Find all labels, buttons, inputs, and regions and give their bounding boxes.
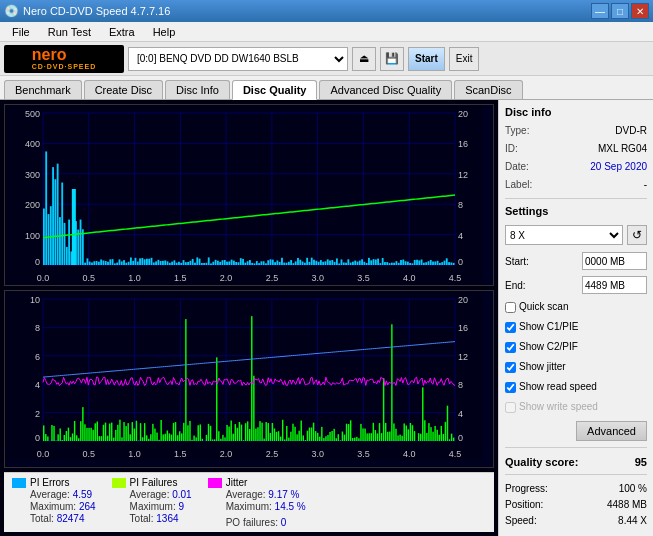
quick-scan-checkbox[interactable] [505,302,516,313]
exit-button[interactable]: Exit [449,47,480,71]
show-c1-pie-label: Show C1/PIE [519,319,578,335]
show-read-speed-checkbox[interactable] [505,382,516,393]
pi-errors-legend: PI Errors Average: 4.59 Maximum: 264 Tot… [12,477,96,528]
pi-errors-average: Average: 4.59 [12,489,96,500]
position-value: 4488 MB [607,497,647,513]
tab-disc-quality[interactable]: Disc Quality [232,80,318,100]
type-label: Type: [505,124,529,138]
show-jitter-label: Show jitter [519,359,566,375]
chart-area: PI Errors Average: 4.59 Maximum: 264 Tot… [0,100,498,536]
drive-selector[interactable]: [0:0] BENQ DVD DD DW1640 BSLB [128,47,348,71]
settings-title: Settings [505,205,647,217]
quality-score-value: 95 [635,456,647,468]
position-label: Position: [505,497,543,513]
pi-failures-maximum: Maximum: 9 [112,501,192,512]
speed-value: 8.44 X [618,513,647,529]
jitter-color-box [208,478,222,488]
disc-type-row: Type: DVD-R [505,124,647,138]
start-input[interactable] [582,252,647,270]
disc-label-row: Label: - [505,178,647,192]
menu-run-test[interactable]: Run Test [40,24,99,40]
progress-value: 100 % [619,481,647,497]
show-c1-pie-row: Show C1/PIE [505,319,647,335]
jitter-maximum: Maximum: 14.5 % [208,501,306,512]
speed-row-progress: Speed: 8.44 X [505,513,647,529]
start-button[interactable]: Start [408,47,445,71]
jitter-legend: Jitter Average: 9.17 % Maximum: 14.5 % P… [208,477,306,528]
quality-score-row: Quality score: 95 [505,456,647,468]
tab-scan-disc[interactable]: ScanDisc [454,80,522,99]
type-value: DVD-R [615,124,647,138]
show-write-speed-row: Show write speed [505,399,647,415]
tab-disc-info[interactable]: Disc Info [165,80,230,99]
end-label: End: [505,280,526,291]
main-content: PI Errors Average: 4.59 Maximum: 264 Tot… [0,100,653,536]
tab-create-disc[interactable]: Create Disc [84,80,163,99]
speed-select[interactable]: 8 X 4 X 2 X Maximum [505,225,623,245]
jitter-label: Jitter [226,477,248,488]
position-row: Position: 4488 MB [505,497,647,513]
quality-score-label: Quality score: [505,456,578,468]
menu-extra[interactable]: Extra [101,24,143,40]
pi-errors-label: PI Errors [30,477,69,488]
pi-failures-average: Average: 0.01 [112,489,192,500]
tab-bar: Benchmark Create Disc Disc Info Disc Qua… [0,76,653,100]
end-row: End: [505,276,647,294]
date-label: Date: [505,160,529,174]
pi-failures-legend: PI Failures Average: 0.01 Maximum: 9 Tot… [112,477,192,528]
title-bar: 💿 Nero CD-DVD Speed 4.7.7.16 — □ ✕ [0,0,653,22]
progress-label: Progress: [505,481,548,497]
menu-bar: File Run Test Extra Help [0,22,653,42]
label-value: - [644,178,647,192]
app-icon: 💿 [4,4,19,18]
start-label: Start: [505,256,529,267]
disc-info-title: Disc info [505,106,647,118]
menu-file[interactable]: File [4,24,38,40]
show-c1-pie-checkbox[interactable] [505,322,516,333]
bottom-chart [4,290,494,468]
tab-advanced-disc-quality[interactable]: Advanced Disc Quality [319,80,452,99]
pi-failures-label: PI Failures [130,477,178,488]
maximize-button[interactable]: □ [611,3,629,19]
pi-errors-total: Total: 82474 [12,513,96,524]
progress-section: Progress: 100 % Position: 4488 MB Speed:… [505,481,647,529]
app-logo: nero CD·DVD·SPEED [4,45,124,73]
id-value: MXL RG04 [598,142,647,156]
end-input[interactable] [582,276,647,294]
jitter-average: Average: 9.17 % [208,489,306,500]
refresh-button[interactable]: ↺ [627,225,647,245]
label-label: Label: [505,178,532,192]
start-row: Start: [505,252,647,270]
pi-failures-total: Total: 1364 [112,513,192,524]
pi-errors-maximum: Maximum: 264 [12,501,96,512]
show-c2-pif-row: Show C2/PIF [505,339,647,355]
show-c2-pif-label: Show C2/PIF [519,339,578,355]
show-write-speed-checkbox[interactable] [505,402,516,413]
show-jitter-row: Show jitter [505,359,647,375]
show-jitter-checkbox[interactable] [505,362,516,373]
po-failures: PO failures: 0 [208,517,306,528]
top-chart [4,104,494,286]
id-label: ID: [505,142,518,156]
quick-scan-label: Quick scan [519,299,568,315]
close-button[interactable]: ✕ [631,3,649,19]
quick-scan-row: Quick scan [505,299,647,315]
eject-button[interactable]: ⏏ [352,47,376,71]
date-value: 20 Sep 2020 [590,160,647,174]
speed-label: Speed: [505,513,537,529]
advanced-button[interactable]: Advanced [576,421,647,441]
minimize-button[interactable]: — [591,3,609,19]
show-write-speed-label: Show write speed [519,399,598,415]
speed-row: 8 X 4 X 2 X Maximum ↺ [505,225,647,245]
disc-date-row: Date: 20 Sep 2020 [505,160,647,174]
show-c2-pif-checkbox[interactable] [505,342,516,353]
app-title: Nero CD-DVD Speed 4.7.7.16 [23,5,170,17]
pi-errors-color-box [12,478,26,488]
legend-area: PI Errors Average: 4.59 Maximum: 264 Tot… [4,472,494,532]
save-button[interactable]: 💾 [380,47,404,71]
menu-help[interactable]: Help [145,24,184,40]
pi-failures-color-box [112,478,126,488]
disc-id-row: ID: MXL RG04 [505,142,647,156]
show-read-speed-label: Show read speed [519,379,597,395]
tab-benchmark[interactable]: Benchmark [4,80,82,99]
